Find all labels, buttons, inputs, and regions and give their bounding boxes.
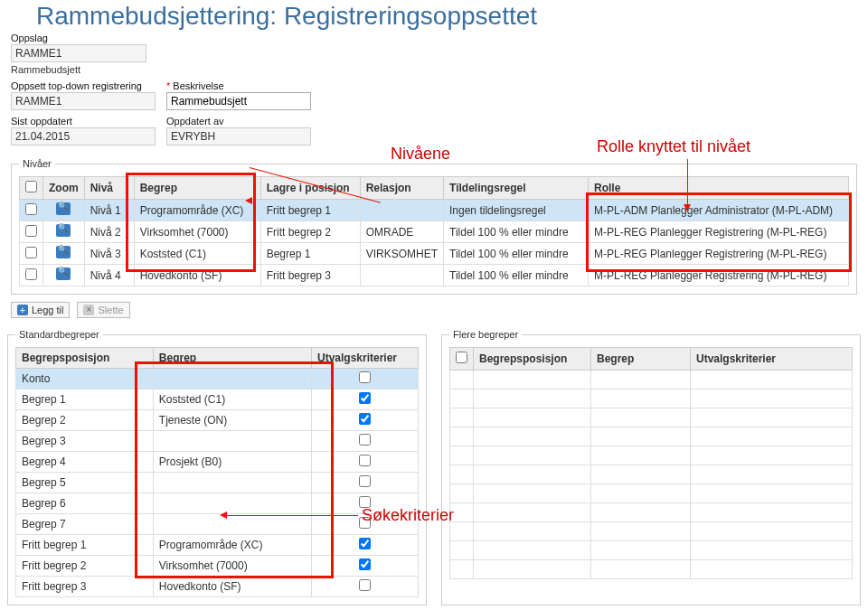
add-button[interactable]: + Legg til <box>11 302 70 318</box>
std-checkbox[interactable] <box>359 579 371 591</box>
std-pos: Begrep 3 <box>16 431 154 452</box>
col-lagre: Lagre i posisjon <box>260 177 360 200</box>
std-checkbox[interactable] <box>359 413 371 425</box>
cell-lagre[interactable]: Fritt begrep 3 <box>260 265 360 286</box>
table-row[interactable]: Begrep 3 <box>16 431 419 452</box>
flere-col-utvalg: Utvalgskriterier <box>691 348 853 371</box>
std-checkbox[interactable] <box>359 496 371 508</box>
table-row[interactable] <box>450 408 853 427</box>
delete-button[interactable]: × Slette <box>77 302 129 318</box>
std-begrep[interactable] <box>153 431 311 452</box>
setup-code-value[interactable]: RAMME1 <box>11 92 156 110</box>
table-row[interactable]: Begrep 5 <box>16 473 419 493</box>
by-value: EVRYBH <box>166 127 311 145</box>
cell-begrep[interactable]: Programområde (XC) <box>134 200 260 221</box>
levels-select-all[interactable] <box>25 181 37 192</box>
cell-niva: Nivå 2 <box>84 221 134 243</box>
cell-relasjon[interactable]: VIRKSOMHET <box>360 243 443 265</box>
cell-rolle[interactable]: M-PL-ADM Planlegger Administrator (M-PL-… <box>589 200 849 221</box>
table-row[interactable] <box>450 465 853 484</box>
table-row[interactable]: Nivå 1Programområde (XC)Fritt begrep 1In… <box>20 200 849 221</box>
by-label: Oppdatert av <box>166 116 311 127</box>
table-row[interactable] <box>450 389 853 408</box>
std-begrep[interactable]: Hovedkonto (SF) <box>153 577 311 597</box>
standard-legend: Standardbegreper <box>15 329 103 340</box>
cell-relasjon[interactable]: OMRADE <box>360 221 443 243</box>
zoom-icon[interactable] <box>56 224 71 237</box>
std-checkbox[interactable] <box>359 392 371 404</box>
table-row[interactable]: Fritt begrep 2Virksomhet (7000) <box>16 556 419 577</box>
std-col-begrep: Begrep <box>153 348 311 369</box>
cell-tildeling[interactable]: Ingen tildelingsregel <box>444 200 589 221</box>
cell-relasjon[interactable] <box>360 200 443 221</box>
table-row[interactable] <box>450 427 853 446</box>
setup-desc-label: Beskrivelse <box>166 80 311 91</box>
lookup-subtitle: Rammebudsjett <box>11 64 146 75</box>
table-row[interactable] <box>450 371 853 389</box>
std-checkbox[interactable] <box>359 538 371 549</box>
std-begrep[interactable]: Virksomhet (7000) <box>153 556 311 577</box>
cell-begrep[interactable]: Koststed (C1) <box>134 243 260 265</box>
table-row[interactable]: Nivå 4Hovedkonto (SF)Fritt begrep 3Tilde… <box>20 265 849 286</box>
std-checkbox[interactable] <box>359 455 371 466</box>
cell-lagre[interactable]: Fritt begrep 2 <box>260 221 360 243</box>
row-checkbox[interactable] <box>25 247 37 258</box>
std-checkbox[interactable] <box>359 475 371 487</box>
table-row[interactable] <box>450 522 853 541</box>
cell-begrep[interactable]: Virksomhet (7000) <box>134 221 260 243</box>
table-row[interactable]: Begrep 2Tjeneste (ON) <box>16 410 419 431</box>
std-pos: Begrep 1 <box>16 389 154 410</box>
std-checkbox[interactable] <box>359 434 371 446</box>
table-row[interactable]: Begrep 7 <box>16 514 419 535</box>
cell-rolle[interactable]: M-PL-REG Planlegger Registrering (M-PL-R… <box>589 221 849 243</box>
table-row[interactable]: Konto <box>16 369 419 389</box>
flere-legend: Flere begreper <box>449 329 522 340</box>
cell-tildeling[interactable]: Tildel 100 % eller mindre <box>444 243 589 265</box>
cell-rolle[interactable]: M-PL-REG Planlegger Registrering (M-PL-R… <box>589 243 849 265</box>
flere-col-pos: Begrepsposisjon <box>474 348 591 371</box>
std-begrep[interactable] <box>153 514 311 535</box>
std-checkbox[interactable] <box>359 517 371 529</box>
std-begrep[interactable]: Tjeneste (ON) <box>153 410 311 431</box>
row-checkbox[interactable] <box>25 268 37 280</box>
table-row[interactable]: Fritt begrep 3Hovedkonto (SF) <box>16 577 419 597</box>
flere-select-all[interactable] <box>456 352 467 363</box>
std-pos: Fritt begrep 3 <box>16 577 154 597</box>
cell-begrep[interactable]: Hovedkonto (SF) <box>134 265 260 286</box>
std-begrep[interactable] <box>153 493 311 514</box>
table-row[interactable]: Nivå 3Koststed (C1)Begrep 1VIRKSOMHETTil… <box>20 243 849 265</box>
std-begrep[interactable] <box>153 473 311 493</box>
table-row[interactable]: Begrep 4Prosjekt (B0) <box>16 452 419 473</box>
table-row[interactable]: Begrep 1Koststed (C1) <box>16 389 419 410</box>
std-begrep[interactable]: Koststed (C1) <box>153 389 311 410</box>
std-begrep[interactable] <box>153 369 311 389</box>
table-row[interactable]: Nivå 2Virksomhet (7000)Fritt begrep 2OMR… <box>20 221 849 243</box>
flere-fieldset: Flere begreper Begrepsposisjon Begrep Ut… <box>441 329 861 605</box>
zoom-icon[interactable] <box>56 202 71 215</box>
table-row[interactable]: Fritt begrep 1Programområde (XC) <box>16 535 419 556</box>
cell-lagre[interactable]: Fritt begrep 1 <box>260 200 360 221</box>
table-row[interactable] <box>450 560 853 579</box>
std-checkbox[interactable] <box>359 371 371 383</box>
zoom-icon[interactable] <box>56 246 71 258</box>
cell-rolle[interactable]: M-PL-REG Planlegger Registrering (M-PL-R… <box>589 265 849 286</box>
table-row[interactable] <box>450 484 853 503</box>
std-checkbox[interactable] <box>359 558 371 570</box>
std-pos: Begrep 2 <box>16 410 154 431</box>
zoom-icon[interactable] <box>56 267 71 280</box>
cell-relasjon[interactable] <box>360 265 443 286</box>
row-checkbox[interactable] <box>25 203 37 215</box>
setup-desc-input[interactable] <box>166 92 311 110</box>
table-row[interactable] <box>450 503 853 522</box>
cell-tildeling[interactable]: Tildel 100 % eller mindre <box>444 221 589 243</box>
table-row[interactable] <box>450 541 853 560</box>
table-row[interactable] <box>450 446 853 465</box>
table-row[interactable]: Begrep 6 <box>16 493 419 514</box>
plus-icon: + <box>17 305 28 315</box>
std-begrep[interactable]: Prosjekt (B0) <box>153 452 311 473</box>
std-begrep[interactable]: Programområde (XC) <box>153 535 311 556</box>
lookup-value[interactable]: RAMME1 <box>11 44 146 62</box>
cell-tildeling[interactable]: Tildel 100 % eller mindre <box>444 265 589 286</box>
cell-lagre[interactable]: Begrep 1 <box>260 243 360 265</box>
row-checkbox[interactable] <box>25 225 37 237</box>
